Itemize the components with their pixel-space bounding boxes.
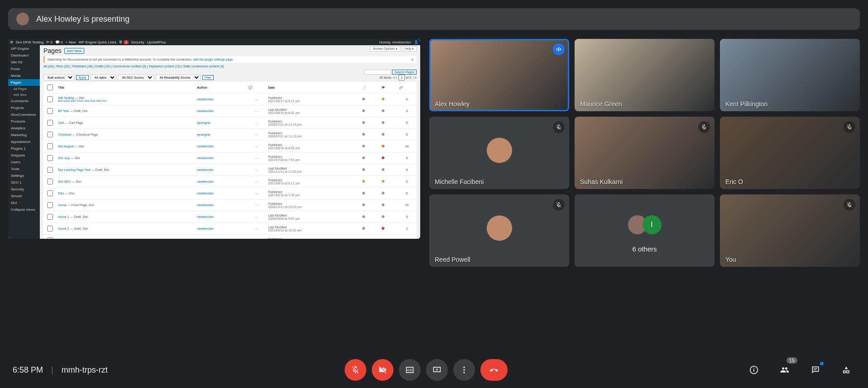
wp-menu-item[interactable]: Comments [8, 98, 40, 104]
wp-row-title[interactable]: Divi SEO [58, 180, 71, 183]
wp-row-checkbox[interactable] [47, 202, 53, 208]
wp-menu-item[interactable]: Settings [8, 172, 40, 179]
wp-apply-button[interactable]: Apply [76, 75, 89, 80]
chat-button[interactable] [806, 361, 825, 379]
wp-row-checkbox[interactable] [47, 108, 53, 114]
wp-page-input[interactable] [398, 75, 405, 80]
wp-add-new-button[interactable]: Add New [64, 48, 84, 54]
participant-tile[interactable]: Eric O [720, 117, 860, 189]
table-row[interactable]: Divi SEO — Divinewleecdev—Published2021/… [43, 176, 417, 188]
more-button[interactable] [453, 359, 475, 381]
wp-menu-item[interactable]: Posts [8, 66, 40, 72]
wp-row-author[interactable]: newleecdev [195, 164, 247, 176]
wp-row-title[interactable]: Home [58, 203, 67, 207]
table-row[interactable]: Home — Front Page, Divinewleecdev—Publis… [43, 199, 417, 211]
participant-tile[interactable]: Kent Pilkington [720, 39, 860, 111]
wp-row-title[interactable]: Divi Landing Page Test [58, 168, 90, 171]
hangup-button[interactable] [480, 359, 508, 381]
wp-menu-item[interactable]: Site Kit [8, 59, 40, 66]
wp-status-tabs[interactable]: All (28) | Mine (22) | Published (18) | … [43, 65, 417, 68]
table-row[interactable]: Flex — Divinewleecdev—Published2021/02/1… [43, 188, 417, 199]
wp-seo-select[interactable]: All SEO Scores [118, 75, 154, 80]
mic-button[interactable] [345, 359, 366, 381]
wp-row-author[interactable]: wpengine [195, 129, 247, 141]
participant-tile[interactable]: Suhas Kulkarni [575, 117, 715, 189]
wp-menu-item[interactable]: Analytics [8, 125, 40, 132]
wp-row-checkbox[interactable] [47, 132, 53, 137]
table-row[interactable]: HR Landing Page — Divinewleecdev—Publish… [43, 235, 417, 239]
wp-row-title[interactable]: Home 2 [58, 227, 69, 230]
wp-search-input[interactable] [364, 70, 391, 75]
wp-menu-item[interactable]: Dashboard [8, 52, 40, 59]
wp-row-author[interactable]: newleecdev [195, 152, 247, 164]
wp-filter-button[interactable]: Filter [202, 75, 214, 80]
wp-row-title[interactable]: BP Test [58, 109, 69, 113]
wp-menu-item[interactable]: Users [8, 159, 40, 166]
table-row[interactable]: BP Test — Draft, Divinewleecdev—Last Mod… [43, 105, 417, 117]
wp-row-author[interactable]: newleecdev [195, 176, 247, 188]
participant-tile[interactable]: I6 others [575, 194, 715, 267]
wp-row-checkbox[interactable] [47, 96, 53, 102]
wp-alert-link[interactable]: visit the plugin settings page [193, 58, 233, 61]
wp-row-author[interactable]: newleecdev [195, 188, 247, 199]
participant-tile[interactable]: Reed Powell [429, 194, 569, 267]
table-row[interactable]: Divi August — Divinewleecdev—Published20… [43, 141, 417, 152]
wp-bulk-select[interactable]: Bulk actions [43, 75, 74, 80]
wp-dates-select[interactable]: All dates [91, 75, 116, 80]
wp-menu-item[interactable]: SEO 1 [8, 179, 40, 186]
wp-search-button[interactable]: Search Pages [392, 70, 417, 75]
wp-menu-item[interactable]: Add New [8, 92, 40, 98]
wp-menu-item[interactable]: Plugins 1 [8, 145, 40, 152]
wp-row-author[interactable]: newleecdev [195, 211, 247, 223]
wp-row-author[interactable]: wpengine [195, 117, 247, 129]
wp-row-checkbox[interactable] [47, 190, 53, 196]
wp-menu-item[interactable]: Divi [8, 199, 40, 206]
wp-row-title[interactable]: Divi July [58, 156, 70, 160]
wp-row-checkbox[interactable] [47, 179, 53, 185]
wp-menu-item[interactable]: WP Engine [8, 45, 40, 52]
activities-button[interactable] [837, 361, 855, 379]
wp-row-title[interactable]: Home 1 [58, 215, 69, 218]
wp-menu-item[interactable]: Security [8, 186, 40, 193]
wp-menu-item[interactable]: Marketing [8, 132, 40, 138]
people-button[interactable]: 15 [776, 361, 794, 379]
wp-menu-item[interactable]: All Pages [8, 86, 40, 92]
wp-menu-item[interactable]: Projects [8, 104, 40, 111]
wp-readability-select[interactable]: All Readability Scores [156, 75, 201, 80]
wp-row-checkbox[interactable] [47, 120, 53, 126]
wp-row-author[interactable]: newleecdev [195, 105, 247, 117]
wp-row-title[interactable]: Cart [58, 121, 64, 124]
wp-menu-item[interactable]: Pages [8, 79, 40, 86]
table-row[interactable]: Cart — Cart Pagewpengine—Published2020/0… [43, 117, 417, 129]
wp-row-author[interactable]: newleecdev [195, 235, 247, 239]
wp-row-author[interactable]: newleecdev [195, 223, 247, 235]
table-row[interactable]: Home 1 — Draft, Divinewleecdev—Last Modi… [43, 211, 417, 223]
table-row[interactable]: Divi July — Divinewleecdev—Published2021… [43, 152, 417, 164]
wp-row-checkbox[interactable] [47, 226, 53, 232]
wp-row-title[interactable]: Divi August [58, 145, 74, 148]
wp-row-title[interactable]: Checkout [58, 133, 72, 136]
info-button[interactable] [745, 361, 763, 379]
participant-tile[interactable]: Michelle Facibeni [429, 117, 569, 189]
present-button[interactable] [426, 359, 448, 381]
wp-select-all[interactable] [47, 85, 53, 90]
wp-menu-item[interactable]: Collapse menu [8, 206, 40, 213]
wp-row-author[interactable]: newleecdev [195, 141, 247, 152]
wp-row-checkbox[interactable] [47, 155, 53, 161]
wp-row-author[interactable]: newleecdev [195, 199, 247, 211]
wp-row-checkbox[interactable] [47, 167, 53, 173]
wp-menu-item[interactable]: WooCommerce [8, 111, 40, 118]
wp-menu-item[interactable]: Tools [8, 166, 40, 172]
wp-help[interactable]: Help ▾ [402, 46, 417, 52]
participant-tile[interactable]: Maurice Green [575, 39, 715, 111]
wp-row-title[interactable]: A/B Testing [58, 96, 74, 99]
camera-button[interactable] [372, 359, 393, 381]
shared-screen[interactable]: ⚙ Divi DFW Testing ⟳ 0 💬 0 + New WP Engi… [8, 39, 420, 239]
wp-menu-item[interactable]: Appearance [8, 138, 40, 145]
wp-row-title[interactable]: Flex [58, 192, 64, 195]
table-row[interactable]: Home 2 — Draft, Divinewleecdev—Last Modi… [43, 223, 417, 235]
captions-button[interactable]: CC [399, 359, 421, 381]
table-row[interactable]: Checkout — Checkout Pagewpengine—Publish… [43, 129, 417, 141]
wp-row-checkbox[interactable] [47, 237, 53, 239]
table-row[interactable]: Divi Landing Page Test — Draft, Divinewl… [43, 164, 417, 176]
